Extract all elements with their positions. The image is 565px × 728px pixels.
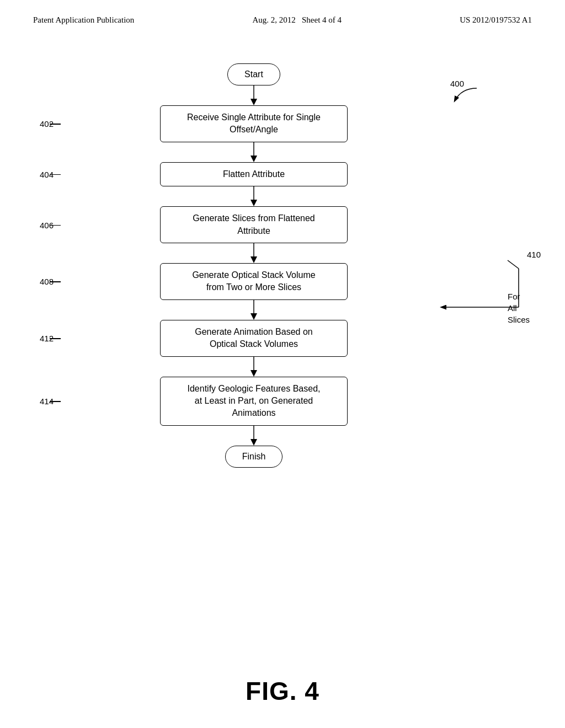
node-404: Flatten Attribute xyxy=(160,162,348,186)
node-402: Receive Single Attribute for SingleOffse… xyxy=(160,105,348,142)
for-all-slices-label: For AllSlices xyxy=(508,291,530,325)
label-400: 400 xyxy=(450,79,483,108)
svg-marker-14 xyxy=(250,370,257,377)
arrow-402-to-404 xyxy=(77,142,430,162)
flowchart-container: Start 402 Receive Single Attribute for S… xyxy=(77,63,430,468)
arrow-404-to-406 xyxy=(77,186,430,206)
tick-406 xyxy=(50,225,61,226)
node-404-label: Flatten Attribute xyxy=(223,169,285,179)
arrow-414-to-finish xyxy=(77,426,430,446)
arrow-406-to-408 xyxy=(77,243,430,263)
arrow-start-to-402 xyxy=(248,85,259,105)
fig-caption: FIG. 4 xyxy=(246,676,319,706)
svg-marker-12 xyxy=(250,313,257,320)
svg-marker-7 xyxy=(250,256,257,263)
node-408-container: 408 Generate Optical Stack Volumefrom Tw… xyxy=(77,263,430,300)
tick-402 xyxy=(50,124,61,125)
fig-label-text: FIG. 4 xyxy=(246,677,319,705)
feedback-arrow-icon xyxy=(436,258,546,324)
arrow-400-icon xyxy=(450,85,483,108)
arrow-412-to-414 xyxy=(77,357,430,377)
page-header: Patent Application Publication Aug. 2, 2… xyxy=(0,0,565,25)
start-label: Start xyxy=(244,69,263,79)
node-402-row: 402 Receive Single Attribute for SingleO… xyxy=(77,105,430,142)
node-408-row: 408 Generate Optical Stack Volumefrom Tw… xyxy=(77,263,430,300)
start-terminal-row: Start xyxy=(227,63,280,85)
node-414-row: 414 Identify Geologic Features Based,at … xyxy=(77,377,430,426)
svg-marker-5 xyxy=(250,200,257,206)
svg-marker-1 xyxy=(250,99,257,105)
svg-marker-3 xyxy=(250,156,257,162)
arrow-408-to-412 xyxy=(77,300,430,320)
svg-marker-16 xyxy=(250,439,257,446)
diagram-area: 400 Start 402 xyxy=(0,30,565,665)
node-408: Generate Optical Stack Volumefrom Two or… xyxy=(160,263,348,300)
tick-408 xyxy=(50,281,61,282)
svg-line-10 xyxy=(508,260,519,269)
tick-414 xyxy=(50,401,61,402)
tick-412 xyxy=(50,338,61,339)
node-414: Identify Geologic Features Based,at Leas… xyxy=(160,377,348,426)
node-406: Generate Slices from FlattenedAttribute xyxy=(160,206,348,243)
finish-node: Finish xyxy=(225,446,283,468)
finish-terminal-row: Finish xyxy=(77,446,430,468)
start-row: Start xyxy=(77,63,430,105)
finish-label: Finish xyxy=(242,452,266,461)
header-left: Patent Application Publication xyxy=(33,15,134,25)
header-right: US 2012/0197532 A1 xyxy=(460,15,532,25)
node-412: Generate Animation Based onOptical Stack… xyxy=(160,320,348,357)
tick-404 xyxy=(50,174,61,175)
start-node: Start xyxy=(227,63,280,85)
node-406-row: 406 Generate Slices from FlattenedAttrib… xyxy=(77,206,430,243)
node-404-row: 404 Flatten Attribute xyxy=(77,162,430,186)
node-412-row: 412 Generate Animation Based onOptical S… xyxy=(77,320,430,357)
header-center-date: Aug. 2, 2012 Sheet 4 of 4 xyxy=(252,15,342,25)
